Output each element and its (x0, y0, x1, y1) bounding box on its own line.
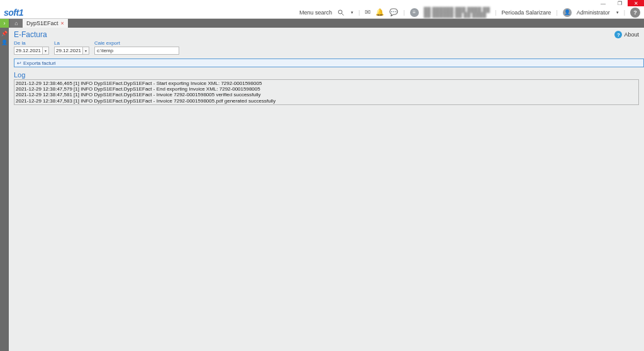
help-icon[interactable]: ? (630, 8, 640, 18)
content-row: 📌 👤 E-Factura ? About De la ▾ La (0, 28, 644, 351)
page-title: E-Factura (14, 30, 47, 39)
la-label: La (54, 40, 89, 46)
window-controls: — ❐ ✕ (0, 0, 644, 6)
user-avatar-icon[interactable]: 👤 (563, 8, 572, 17)
la-dropdown-icon[interactable]: ▾ (83, 47, 89, 55)
svg-point-0 (338, 10, 342, 14)
about-icon: ? (614, 31, 622, 38)
cale-label: Cale export (94, 40, 179, 46)
window-maximize-button[interactable]: ❐ (611, 0, 628, 6)
main-panel: E-Factura ? About De la ▾ La ▾ (9, 28, 644, 351)
bell-icon[interactable]: 🔔 (375, 8, 384, 16)
export-button-label: Exporta facturi (23, 60, 56, 66)
cale-export-input[interactable] (94, 47, 179, 55)
log-line: 2021-12-29 12:38:46,465 [1] INFO DypS1EF… (16, 81, 637, 86)
sidebar-user-icon[interactable]: 👤 (1, 39, 8, 45)
tab-close-icon[interactable]: × (61, 20, 64, 26)
app-logo: soft1 (4, 8, 23, 18)
info-badge-icon[interactable]: ≡ (410, 8, 419, 17)
admin-label[interactable]: Administrator (577, 9, 610, 16)
tab-dyps1efact[interactable]: DypS1EFact × (23, 19, 68, 28)
header-right: Menu search ▾ | ✉ 🔔 💬 | ≡ ██ ██████ ███ … (299, 8, 640, 18)
svg-line-1 (341, 13, 343, 15)
home-tab[interactable]: ⌂ (10, 19, 23, 28)
export-arrow-icon: ↩ (17, 60, 21, 66)
export-facturi-button[interactable]: ↩ Exporta facturi (14, 58, 644, 67)
log-heading: Log (9, 67, 644, 79)
search-dropdown-icon[interactable]: ▾ (351, 10, 353, 15)
left-sidebar: 📌 👤 (0, 28, 9, 351)
window-close-button[interactable]: ✕ (628, 0, 644, 6)
log-line: 2021-12-29 12:38:47,581 [1] INFO DypS1EF… (16, 92, 637, 98)
perioada-link[interactable]: Perioada Salarizare (501, 9, 551, 16)
window-minimize-button[interactable]: — (595, 0, 611, 6)
chat-icon[interactable]: 💬 (389, 8, 398, 16)
de-la-dropdown-icon[interactable]: ▾ (43, 47, 49, 55)
about-label: About (624, 31, 639, 38)
la-input[interactable] (54, 47, 83, 55)
menu-search-label: Menu search (299, 9, 332, 16)
log-line: 2021-12-29 12:38:47,583 [1] INFO DypS1EF… (16, 98, 637, 104)
tab-label: DypS1EFact (26, 20, 58, 26)
log-output: 2021-12-29 12:38:46,465 [1] INFO DypS1EF… (14, 79, 639, 105)
search-icon[interactable] (337, 9, 345, 16)
mail-icon[interactable]: ✉ (365, 8, 370, 16)
app-header: soft1 Menu search ▾ | ✉ 🔔 💬 | ≡ ██ █████… (0, 6, 644, 19)
sidebar-toggle-button[interactable]: › (0, 19, 9, 28)
masked-info: ██ ██████ ███ ████ ████ ██████ ██ ██ ███… (424, 8, 490, 18)
de-la-label: De la (14, 40, 49, 46)
sidebar-pin-icon[interactable]: 📌 (1, 30, 8, 36)
filter-row: De la ▾ La ▾ Cale export (9, 39, 644, 57)
tab-strip: › ⌂ DypS1EFact × (0, 19, 644, 28)
log-line: 2021-12-29 12:38:47,579 [1] INFO DypS1EF… (16, 86, 637, 92)
admin-dropdown-icon[interactable]: ▾ (616, 10, 619, 15)
de-la-input[interactable] (14, 47, 43, 55)
about-button[interactable]: ? About (614, 31, 639, 38)
